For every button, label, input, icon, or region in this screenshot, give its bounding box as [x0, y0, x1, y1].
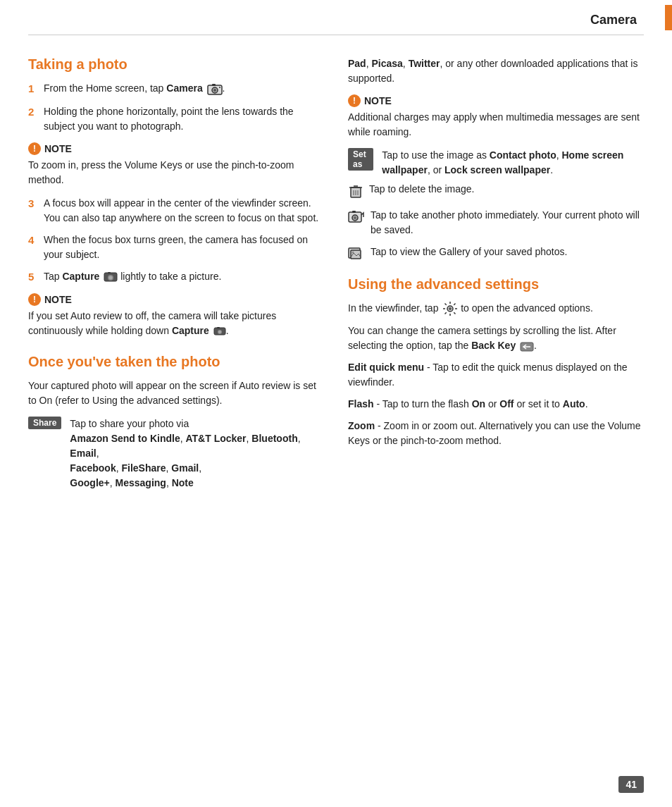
note-2: ! NOTE If you set Auto review to off, th… — [28, 293, 327, 338]
set-as-row: Set as Tap to use the image as Contact p… — [348, 148, 644, 178]
delete-text: Tap to delete the image. — [369, 182, 474, 197]
advanced-item-edit-quick-menu: Edit quick menu - Tap to edit the quick … — [348, 360, 644, 390]
once-taken-section: Once you've taken the photo Your capture… — [28, 354, 327, 491]
step-5: 5 Tap Capture lightly to take a picture. — [28, 269, 327, 285]
retake-icon — [348, 209, 365, 226]
page-header: Camera — [28, 0, 644, 35]
svg-rect-8 — [108, 272, 111, 273]
right-column: Pad, Picasa, Twitter, or any other downl… — [348, 56, 644, 495]
svg-line-34 — [454, 304, 456, 305]
note-1-icon: ! — [28, 142, 41, 155]
step-2-number: 2 — [28, 104, 39, 134]
advanced-intro: In the viewfinder, tap — [348, 301, 644, 316]
svg-point-25 — [352, 252, 354, 254]
advanced-settings-title: Using the advanced settings — [348, 276, 644, 292]
once-taken-intro: Your captured photo will appear on the s… — [28, 378, 327, 408]
set-as-button-badge: Set as — [348, 148, 373, 171]
settings-icon — [442, 301, 458, 316]
retake-row: Tap to take another photo immediately. Y… — [348, 208, 644, 238]
note-1-header: ! NOTE — [28, 142, 327, 155]
advanced-item-flash: Flash - Tap to turn the flash On or Off … — [348, 397, 644, 412]
svg-point-27 — [449, 307, 452, 310]
advanced-item-zoom: Zoom - Zoom in or zoom out. Alternativel… — [348, 419, 644, 448]
step-4-number: 4 — [28, 233, 39, 262]
delete-row: Tap to delete the image. — [348, 182, 644, 201]
svg-rect-12 — [217, 327, 220, 328]
header-accent-bar — [665, 5, 672, 30]
continued-share-text: Pad, Picasa, Twitter, or any other downl… — [348, 56, 644, 86]
main-content: Taking a photo 1 From the Home screen, t… — [0, 35, 672, 523]
page-number: 41 — [618, 776, 644, 793]
gallery-text: Tap to view the Gallery of your saved ph… — [371, 245, 567, 259]
back-key-icon — [520, 341, 534, 352]
page-title: Camera — [590, 13, 637, 27]
gallery-row: Tap to view the Gallery of your saved ph… — [348, 245, 644, 262]
taking-photo-section: Taking a photo 1 From the Home screen, t… — [28, 56, 327, 338]
note-3-icon: ! — [348, 94, 361, 107]
step-1-number: 1 — [28, 81, 39, 97]
svg-rect-22 — [352, 211, 356, 213]
gallery-icon — [348, 246, 365, 262]
capture-icon-step5 — [104, 271, 118, 283]
svg-point-21 — [354, 216, 356, 219]
svg-line-33 — [454, 313, 456, 314]
advanced-settings-section: Using the advanced settings In the viewf… — [348, 276, 644, 448]
step-4: 4 When the focus box turns green, the ca… — [28, 233, 327, 262]
retake-text: Tap to take another photo immediately. Y… — [371, 208, 644, 238]
svg-point-2 — [213, 89, 216, 92]
step-2-text: Holding the phone horizontally, point th… — [44, 104, 327, 134]
note-2-label: NOTE — [44, 294, 72, 305]
left-column: Taking a photo 1 From the Home screen, t… — [28, 56, 327, 495]
share-row: Share Tap to share your photo via Amazon… — [28, 417, 327, 491]
step-1-text: From the Home screen, tap Camera . — [44, 81, 225, 97]
step-3-text: A focus box will appear in the center of… — [44, 196, 327, 226]
once-taken-title: Once you've taken the photo — [28, 354, 327, 370]
svg-point-4 — [219, 87, 220, 88]
step-2: 2 Holding the phone horizontally, point … — [28, 104, 327, 134]
note-3-label: NOTE — [364, 95, 392, 106]
note-2-icon: ! — [28, 293, 41, 306]
share-button-badge: Share — [28, 417, 61, 429]
svg-rect-3 — [212, 84, 216, 86]
capture-icon-note2 — [213, 326, 226, 336]
svg-point-7 — [109, 276, 113, 279]
step-5-number: 5 — [28, 269, 39, 285]
note-3-header: ! NOTE — [348, 94, 644, 107]
step-3: 3 A focus box will appear in the center … — [28, 196, 327, 226]
svg-point-11 — [218, 331, 221, 333]
step-4-text: When the focus box turns green, the came… — [44, 233, 327, 262]
share-description: Tap to share your photo via Amazon Send … — [70, 417, 327, 491]
svg-line-32 — [445, 304, 447, 305]
note-3: ! NOTE Additional charges may apply when… — [348, 94, 644, 140]
note-1: ! NOTE To zoom in, press the Volume Keys… — [28, 142, 327, 187]
note-1-text: To zoom in, press the Volume Keys or use… — [28, 158, 327, 187]
taking-photo-title: Taking a photo — [28, 56, 327, 73]
step-3-number: 3 — [28, 196, 39, 226]
note-2-header: ! NOTE — [28, 293, 327, 306]
camera-icon — [207, 82, 223, 95]
advanced-para2: You can change the camera settings by sc… — [348, 324, 644, 353]
svg-line-35 — [445, 313, 447, 314]
step-5-text: Tap Capture lightly to take a picture. — [44, 269, 221, 285]
step-1: 1 From the Home screen, tap Camera . — [28, 81, 327, 97]
delete-icon — [348, 183, 363, 201]
set-as-description: Tap to use the image as Contact photo, H… — [382, 148, 644, 178]
note-2-text: If you set Auto review to off, the camer… — [28, 309, 327, 338]
note-3-text: Additional charges may apply when multim… — [348, 110, 644, 140]
note-1-label: NOTE — [44, 143, 72, 154]
